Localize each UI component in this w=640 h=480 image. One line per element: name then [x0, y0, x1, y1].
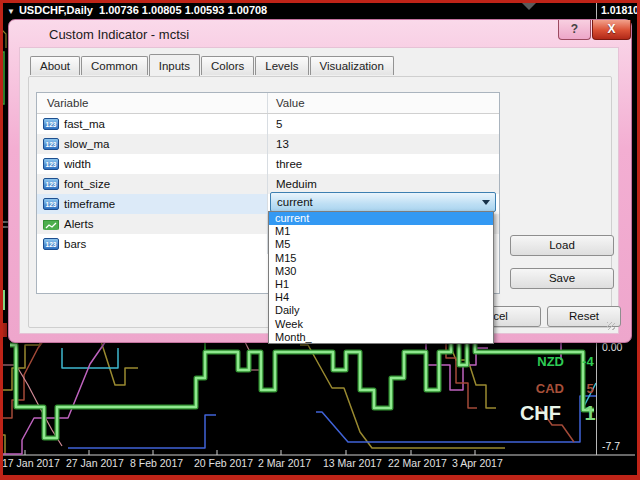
- date-label: 13 Mar 2017: [323, 457, 382, 469]
- scroll-marker-icon: [522, 3, 536, 10]
- date-label: 17 Jan 2017: [2, 457, 60, 469]
- ohlc-values: 1.00736 1.00805 1.00593 1.00708: [99, 4, 267, 16]
- symbol-title: USDCHF,Daily: [19, 4, 93, 16]
- strength-line-blue: [68, 415, 216, 448]
- dropdown-option[interactable]: M5: [269, 238, 493, 251]
- current-price: 1.01810: [601, 4, 639, 16]
- tab-visualization[interactable]: Visualization: [310, 56, 394, 75]
- window-border-bottom: [0, 475, 640, 480]
- numeric-icon: 123: [43, 158, 59, 170]
- param-value[interactable]: 5: [268, 114, 499, 134]
- param-name: width: [64, 154, 91, 174]
- date-label: 8 Feb 2017: [130, 457, 183, 469]
- currency-label-chf: CHF 1: [503, 402, 596, 425]
- date-label: 27 Jan 2017: [66, 457, 124, 469]
- dropdown-option[interactable]: M15: [269, 252, 493, 265]
- currency-value: 1: [567, 402, 596, 425]
- numeric-icon: 123: [43, 238, 59, 250]
- dropdown-option[interactable]: current: [269, 212, 493, 225]
- dropdown-option[interactable]: Week: [269, 318, 493, 331]
- tab-inputs[interactable]: Inputs: [149, 54, 200, 76]
- tab-about[interactable]: About: [30, 56, 80, 75]
- dropdown-option[interactable]: M1: [269, 225, 493, 238]
- param-name: fast_ma: [64, 114, 105, 134]
- quote-bar: ▼USDCHF,Daily 1.00736 1.00805 1.00593 1.…: [3, 3, 593, 18]
- mt4-window: ▼USDCHF,Daily 1.00736 1.00805 1.00593 1.…: [0, 0, 640, 480]
- param-name: font_size: [64, 174, 110, 194]
- tab-common[interactable]: Common: [81, 56, 148, 75]
- currency-value: -4: [568, 354, 594, 369]
- tab-levels[interactable]: Levels: [255, 56, 308, 75]
- date-axis: 17 Jan 2017 27 Jan 2017 8 Feb 2017 20 Fe…: [0, 457, 640, 473]
- alerts-icon: [43, 218, 59, 230]
- dropdown-option[interactable]: Month_: [269, 331, 493, 344]
- save-button[interactable]: Save: [510, 268, 614, 289]
- table-row[interactable]: 123font_size Meduim: [37, 174, 499, 194]
- param-name: Alerts: [64, 214, 93, 234]
- param-name: timeframe: [64, 194, 115, 214]
- strength-line-olive: [92, 338, 138, 385]
- scale-value-bottom: -7.7: [602, 440, 620, 452]
- table-row[interactable]: 123fast_ma 5: [37, 114, 499, 134]
- dropdown-option[interactable]: H4: [269, 291, 493, 304]
- numeric-icon: 123: [43, 138, 59, 150]
- dropdown-option[interactable]: Daily: [269, 304, 493, 317]
- date-label: 20 Feb 2017: [194, 457, 253, 469]
- date-label: 2 Mar 2017: [258, 457, 311, 469]
- timeframe-dropdown-list: current M1 M5 M15 M30 H1 H4 Daily Week M…: [268, 211, 494, 344]
- help-button[interactable]: ?: [558, 20, 591, 40]
- load-button[interactable]: Load: [510, 235, 614, 256]
- timeframe-combobox[interactable]: current: [270, 192, 496, 212]
- time-axis-ticks: [25, 450, 475, 455]
- param-value[interactable]: Meduim: [268, 174, 499, 194]
- currency-label-nzd: NZD -4: [518, 354, 594, 369]
- window-border-left: [0, 0, 3, 480]
- param-value[interactable]: three: [268, 154, 499, 174]
- table-row[interactable]: 123width three: [37, 154, 499, 174]
- param-name: slow_ma: [64, 134, 109, 154]
- table-row[interactable]: 123slow_ma 13: [37, 134, 499, 154]
- column-header-variable[interactable]: Variable: [37, 93, 268, 113]
- currency-code: NZD: [518, 354, 564, 369]
- window-border-top: [0, 0, 640, 3]
- currency-code: CAD: [518, 381, 564, 396]
- numeric-icon: 123: [43, 178, 59, 190]
- column-header-value[interactable]: Value: [268, 93, 499, 113]
- symbol-marker-icon: ▼: [7, 7, 15, 16]
- currency-label-cad: CAD 5: [518, 381, 594, 396]
- tab-colors[interactable]: Colors: [201, 56, 254, 75]
- chevron-down-icon[interactable]: [482, 200, 490, 205]
- param-name: bars: [64, 234, 86, 254]
- table-header-row: Variable Value: [37, 93, 499, 114]
- combobox-value: current: [277, 196, 313, 208]
- numeric-icon: 123: [43, 118, 59, 130]
- tab-bar: About Common Inputs Colors Levels Visual…: [30, 56, 395, 77]
- dropdown-option[interactable]: H1: [269, 278, 493, 291]
- currency-value: 5: [568, 381, 594, 396]
- param-value[interactable]: 13: [268, 134, 499, 154]
- currency-code: CHF: [503, 402, 561, 425]
- dropdown-option[interactable]: M30: [269, 265, 493, 278]
- dialog-title: Custom Indicator - mctsi: [49, 27, 189, 42]
- close-button[interactable]: X: [592, 20, 631, 40]
- resize-grip[interactable]: [607, 322, 615, 330]
- date-label: 3 Apr 2017: [452, 457, 503, 469]
- numeric-icon: 123: [43, 198, 59, 210]
- date-label: 22 Mar 2017: [388, 457, 447, 469]
